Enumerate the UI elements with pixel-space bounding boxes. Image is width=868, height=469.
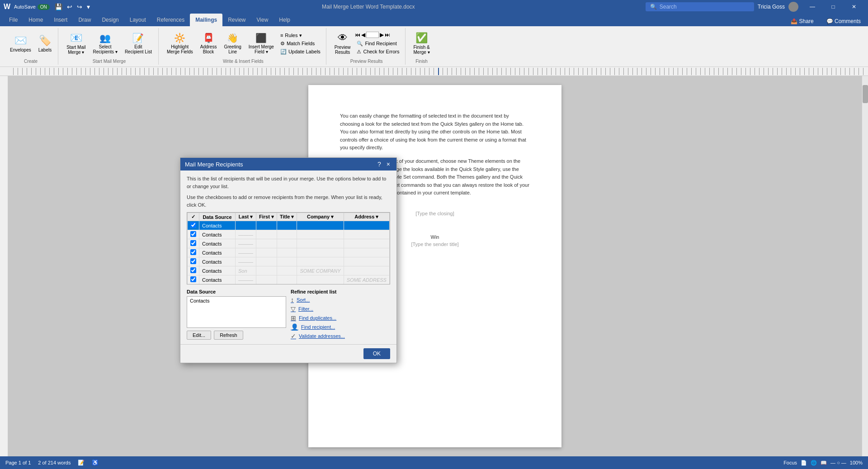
table-row[interactable]: Contacts ——— xyxy=(188,239,390,248)
row5-check[interactable] xyxy=(188,257,199,266)
check-for-errors-button[interactable]: ⚠ Check for Errors xyxy=(355,48,401,56)
row4-checkbox[interactable] xyxy=(190,249,196,255)
match-fields-button[interactable]: ⚙ Match Fields xyxy=(278,40,322,47)
first-record-button[interactable]: ⏮ xyxy=(355,32,360,38)
row4-check[interactable] xyxy=(188,248,199,257)
row7-checkbox[interactable] xyxy=(190,276,196,282)
tab-help[interactable]: Help xyxy=(274,14,296,26)
dialog-close-button[interactable]: × xyxy=(385,161,392,168)
next-record-button[interactable]: ▶ xyxy=(380,32,384,38)
col-data-source[interactable]: Data Source xyxy=(199,213,236,221)
title-bar: W AutoSave ON 💾 ↩ ↪ ▾ Mail Merge Letter … xyxy=(0,0,868,14)
table-row[interactable]: Contacts Son SOME COMPANY xyxy=(188,266,390,275)
share-button[interactable]: 📤 Share xyxy=(787,16,817,26)
col-company[interactable]: Company ▾ xyxy=(297,213,344,221)
row6-checkbox[interactable] xyxy=(190,267,196,273)
minimize-button[interactable]: — xyxy=(802,0,823,14)
redo-icon[interactable]: ↪ xyxy=(75,3,84,10)
dialog-title-bar: Mail Merge Recipients ? × xyxy=(180,158,396,171)
tab-review[interactable]: Review xyxy=(222,14,251,26)
tab-view[interactable]: View xyxy=(251,14,274,26)
data-source-item-contacts[interactable]: Contacts xyxy=(189,298,284,304)
status-bar-right: Focus 📄 🌐 📖 — ○ — 100% xyxy=(783,460,863,466)
row2-checkbox[interactable] xyxy=(190,231,196,237)
table-row[interactable]: Contacts ——— xyxy=(188,257,390,266)
more-icon[interactable]: ▾ xyxy=(85,3,91,10)
undo-icon[interactable]: ↩ xyxy=(66,3,74,10)
sort-link[interactable]: ↕ Sort... xyxy=(291,296,390,303)
tab-mailings[interactable]: Mailings xyxy=(190,14,222,26)
comments-button[interactable]: 💬 Comments xyxy=(823,16,864,26)
row7-check[interactable] xyxy=(188,275,199,284)
view-read-icon[interactable]: 📖 xyxy=(821,460,827,466)
table-row[interactable]: Contacts ——— xyxy=(188,248,390,257)
rules-button[interactable]: ≡ Rules ▾ xyxy=(278,32,322,39)
dialog-help-button[interactable]: ? xyxy=(376,161,383,168)
save-icon[interactable]: 💾 xyxy=(53,3,64,10)
recipients-table-wrapper[interactable]: ✓ Data Source Last ▾ First ▾ Title ▾ Com… xyxy=(187,212,390,284)
validate-addresses-link[interactable]: ✓ Validate addresses... xyxy=(291,332,390,340)
record-number-input[interactable] xyxy=(366,32,379,38)
tab-layout[interactable]: Layout xyxy=(124,14,151,26)
view-print-icon[interactable]: 📄 xyxy=(801,460,807,466)
vertical-scrollbar[interactable] xyxy=(862,76,868,456)
update-labels-button[interactable]: 🔄 Update Labels xyxy=(278,48,322,56)
prev-record-button[interactable]: ◀ xyxy=(361,32,365,38)
row8-check[interactable] xyxy=(188,284,199,285)
table-row[interactable]: Contacts ——— SOME ADDRESS xyxy=(188,284,390,285)
envelopes-button[interactable]: ✉️ Envelopes xyxy=(7,34,34,53)
table-row[interactable]: Contacts ——— xyxy=(188,230,390,239)
row1-checkbox[interactable] xyxy=(190,222,196,228)
tab-references[interactable]: References xyxy=(151,14,190,26)
last-record-button[interactable]: ⏭ xyxy=(385,32,390,38)
address-block-button[interactable]: 📮 AddressBlock xyxy=(198,32,220,55)
row5-checkbox[interactable] xyxy=(190,258,196,264)
tab-design[interactable]: Design xyxy=(96,14,124,26)
zoom-level[interactable]: 100% xyxy=(850,460,863,465)
table-row[interactable]: Contacts ——— SOME ADDRESS xyxy=(188,275,390,284)
scrollbar-thumb[interactable] xyxy=(863,85,868,103)
tab-home[interactable]: Home xyxy=(23,14,48,26)
tab-insert[interactable]: Insert xyxy=(48,14,73,26)
select-recipients-button[interactable]: 👥 SelectRecipients ▾ xyxy=(90,32,120,55)
greeting-line-button[interactable]: 👋 GreetingLine xyxy=(221,32,244,55)
insert-merge-field-button[interactable]: ⬛ Insert MergeField ▾ xyxy=(246,32,277,55)
table-row[interactable]: Contacts xyxy=(188,221,390,230)
row2-check[interactable] xyxy=(188,230,199,239)
search-bar[interactable]: 🔍 xyxy=(646,2,754,11)
tab-file[interactable]: File xyxy=(4,14,23,26)
preview-items: 👁 PreviewResults ⏮ ◀ ▶ ⏭ 🔍 Find Recipien… xyxy=(332,29,401,58)
find-recipient-link[interactable]: 👤 Find recipient... xyxy=(291,323,390,331)
edit-button[interactable]: Edit... xyxy=(187,331,211,340)
col-check[interactable]: ✓ xyxy=(188,213,199,221)
col-title[interactable]: Title ▾ xyxy=(277,213,297,221)
ok-button[interactable]: OK xyxy=(363,348,390,359)
filter-link[interactable]: ▽ Filter... xyxy=(291,305,390,313)
highlight-merge-fields-button[interactable]: 🔆 HighlightMerge Fields xyxy=(164,32,196,55)
update-labels-icon: 🔄 xyxy=(280,49,287,55)
col-first[interactable]: First ▾ xyxy=(256,213,277,221)
row3-checkbox[interactable] xyxy=(190,240,196,246)
labels-button[interactable]: 🏷️ Labels xyxy=(36,34,54,53)
find-duplicates-link[interactable]: ⊞ Find duplicates... xyxy=(291,314,390,322)
find-recipient-button[interactable]: 🔍 Find Recipient xyxy=(355,40,401,47)
col-last[interactable]: Last ▾ xyxy=(236,213,256,221)
edit-recipient-list-button[interactable]: 📝 EditRecipient List xyxy=(122,32,155,55)
data-source-list[interactable]: Contacts xyxy=(187,296,286,328)
refresh-button[interactable]: Refresh xyxy=(214,331,243,340)
col-address[interactable]: Address ▾ xyxy=(344,213,389,221)
row1-check[interactable] xyxy=(188,221,199,230)
start-mail-merge-button[interactable]: 📧 Start MailMerge ▾ xyxy=(64,31,88,56)
zoom-slider[interactable]: — ○ — xyxy=(830,460,846,465)
row6-check[interactable] xyxy=(188,266,199,275)
focus-label[interactable]: Focus xyxy=(783,460,797,465)
finish-merge-button[interactable]: ✅ Finish &Merge ▾ xyxy=(411,31,433,56)
autosave-toggle[interactable]: ON xyxy=(38,4,50,10)
preview-results-button[interactable]: 👁 PreviewResults xyxy=(332,31,354,56)
maximize-button[interactable]: □ xyxy=(823,0,844,14)
tab-draw[interactable]: Draw xyxy=(73,14,96,26)
row3-check[interactable] xyxy=(188,239,199,248)
search-input[interactable] xyxy=(660,4,750,10)
view-web-icon[interactable]: 🌐 xyxy=(811,460,817,466)
close-button[interactable]: ✕ xyxy=(844,0,864,14)
